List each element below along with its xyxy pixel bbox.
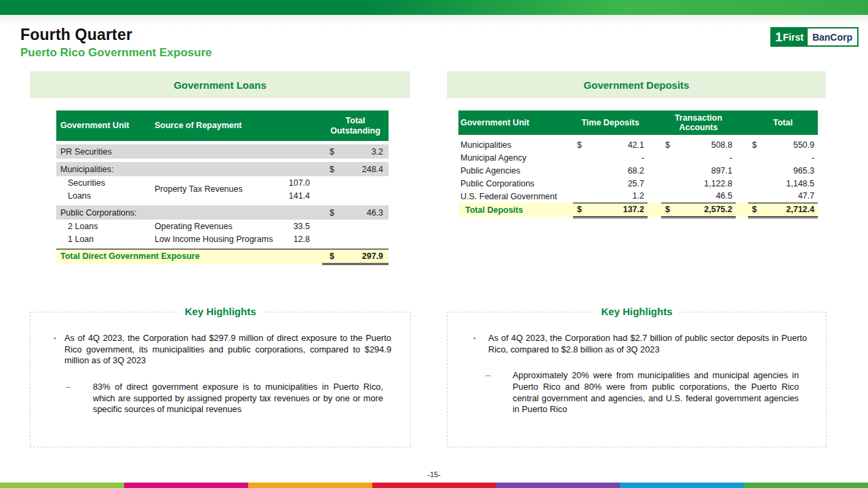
logo-first-block: 1First [772, 28, 808, 45]
dash-bullet-icon: – [66, 382, 93, 415]
footer-color-segment [248, 483, 372, 488]
table-row: PR Securities $ 3.2 [56, 144, 389, 159]
bullet-item: ▪ As of 4Q 2023, the Corporation had $29… [54, 333, 391, 367]
square-bullet-icon: ▪ [54, 333, 64, 367]
deposits-header-government-unit: Government Unit [458, 110, 573, 135]
footer-color-segment [744, 483, 868, 488]
table-row: Public Corporations 25.7 1,122.8 1,148.5 [458, 177, 818, 190]
table-row: 2 Loans Operating Revenues 33.5 [56, 220, 389, 232]
page-number: -15- [0, 470, 868, 479]
footer-color-segment [620, 483, 744, 488]
table-row: Municipalities $ 42.1 $ 508.8 $ 550.9 [458, 138, 818, 151]
footer-color-segment [496, 483, 620, 488]
dash-bullet-icon: – [486, 370, 513, 415]
footer-color-segment [124, 483, 248, 488]
table-row: Municipal Agency - - - [458, 151, 818, 164]
footer-color-bar [0, 483, 868, 488]
sub-bullet-item: – 83% of direct government exposure is t… [66, 382, 391, 415]
key-highlights-title: Key Highlights [178, 306, 262, 317]
key-highlights-box-deposits: Key Highlights ▪ As of 4Q 2023, the Corp… [447, 312, 827, 447]
slide: Fourth Quarter Puerto Rico Government Ex… [0, 0, 868, 488]
key-highlights-box-loans: Key Highlights ▪ As of 4Q 2023, the Corp… [30, 312, 411, 447]
table-row: Public Corporations: $ 46.3 [56, 205, 389, 220]
loans-header-total-outstanding: Total Outstanding [322, 110, 389, 141]
key-highlights-body: ▪ As of 4Q 2023, the Corporation had $29… [31, 312, 410, 415]
deposits-header-transaction-accounts: Transaction Accounts [661, 110, 736, 135]
square-bullet-icon: ▪ [473, 333, 488, 355]
deposits-header-total: Total [748, 110, 818, 135]
logo-first-text: First [783, 32, 804, 43]
firstbancorp-logo: 1First BanCorp [770, 27, 859, 47]
table-row: Securities Property Tax Revenues 107.0 [56, 176, 389, 189]
loans-total-row: Total Direct Government Exposure $ 297.9 [56, 249, 389, 264]
table-row: 1 Loan Low Income Housing Programs 12.8 [56, 232, 389, 245]
top-brand-bar [0, 0, 868, 15]
sub-bullet-text: Approximately 20% were from municipaliti… [513, 370, 799, 415]
top-bar-fade [0, 15, 868, 26]
section-banner-government-loans: Government Loans [30, 71, 410, 98]
page-subtitle: Puerto Rico Government Exposure [20, 46, 212, 60]
logo-bancorp-text: BanCorp [808, 28, 857, 45]
sub-bullet-text: 83% of direct government exposure is to … [93, 382, 383, 415]
deposits-header-time-deposits: Time Deposits [573, 110, 648, 135]
logo-one-glyph: 1 [775, 30, 783, 43]
table-row: Public Agencies 68.2 897.1 965.3 [458, 164, 818, 177]
loans-header-row: Government Unit Source of Repayment Tota… [56, 110, 389, 141]
page-title: Fourth Quarter [20, 26, 132, 44]
table-row: Municipalities: $ 248.4 [56, 162, 389, 176]
deposits-total-row: Total Deposits $ 137.2 $ 2,575.2 $ 2,712… [458, 203, 818, 217]
key-highlights-body: ▪ As of 4Q 2023, the Corporation had $2.… [448, 312, 826, 415]
government-loans-table: Government Unit Source of Repayment Tota… [56, 110, 389, 265]
sub-bullet-item: – Approximately 20% were from municipali… [486, 370, 807, 415]
loans-header-government-unit: Government Unit [56, 110, 155, 141]
footer-color-segment [0, 483, 124, 488]
table-row: U.S. Federal Government 1.2 46.5 47.7 [458, 190, 818, 203]
footer-color-segment [372, 483, 496, 488]
bullet-item: ▪ As of 4Q 2023, the Corporation had $2.… [473, 333, 807, 355]
key-highlights-title: Key Highlights [594, 306, 679, 317]
loans-header-source-of-repayment: Source of Repayment [155, 110, 322, 141]
government-deposits-table: Government Unit Time Deposits Transactio… [458, 110, 818, 218]
bullet-text: As of 4Q 2023, the Corporation had $2.7 … [488, 333, 807, 355]
deposits-header-row: Government Unit Time Deposits Transactio… [458, 110, 818, 135]
bullet-text: As of 4Q 2023, the Corporation had $297.… [64, 333, 391, 367]
section-banner-government-deposits: Government Deposits [447, 71, 826, 98]
